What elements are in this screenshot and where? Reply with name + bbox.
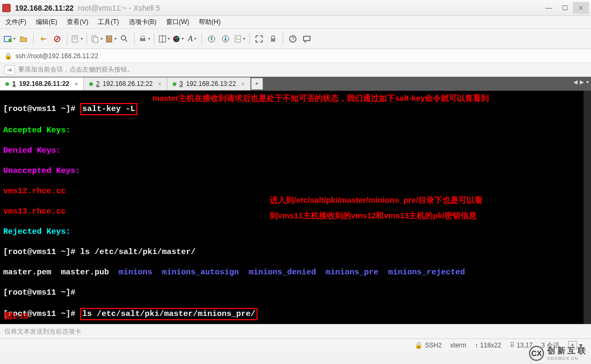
tab-add-button[interactable]: + <box>251 78 263 90</box>
status-bar: 🔒SSH2 xterm ↕118x22 ⠿13,17 3 会话 +▾ <box>0 339 591 352</box>
separator <box>134 33 135 45</box>
menu-file[interactable]: 文件(F) <box>3 17 28 28</box>
lock-icon[interactable] <box>267 33 279 45</box>
tab-close-icon[interactable]: × <box>242 81 245 87</box>
tab-nav: ◀ ▶ ▾ <box>573 79 589 85</box>
fullscreen-icon[interactable] <box>253 33 266 45</box>
address-text[interactable]: ssh://root@192.168.26.11:22 <box>15 52 98 60</box>
menu-tabs[interactable]: 选项卡(B) <box>127 17 159 28</box>
separator <box>154 33 154 45</box>
menu-window[interactable]: 窗口(W) <box>164 17 191 28</box>
svg-rect-10 <box>107 35 111 37</box>
dir-pre: minions_pre <box>325 268 378 277</box>
menu-tools[interactable]: 工具(T) <box>96 17 121 28</box>
separator <box>87 33 87 45</box>
tab-2[interactable]: 2 192.168.26.12:22 × <box>84 77 167 90</box>
svg-rect-1 <box>9 39 12 42</box>
watermark: CX 创新互联 CDXWCX.CN <box>529 346 588 361</box>
tab-number: 3 <box>180 80 183 88</box>
find-icon[interactable] <box>118 33 131 45</box>
status-protocol: 🔒SSH2 <box>415 342 441 349</box>
layout-icon[interactable] <box>158 33 170 45</box>
paste-icon[interactable] <box>104 33 117 45</box>
tab-label: 192.168.26.12:22 <box>103 80 152 88</box>
menu-bar: 文件(F) 编辑(E) 查看(V) 工具(T) 选项卡(B) 窗口(W) 帮助(… <box>0 16 591 29</box>
tab-nav-menu-icon[interactable]: ▾ <box>586 79 589 85</box>
new-session-icon[interactable] <box>3 33 16 45</box>
separator <box>33 33 34 45</box>
svg-point-17 <box>173 36 180 42</box>
tab-3[interactable]: 3 192.168.26.13:22 × <box>167 77 251 90</box>
help-icon[interactable]: ? <box>286 33 299 45</box>
disconnect-icon[interactable] <box>51 33 64 45</box>
dir-minions: minions <box>119 268 152 277</box>
svg-rect-8 <box>94 37 98 43</box>
feedback-icon[interactable] <box>300 33 313 45</box>
separator <box>283 33 283 45</box>
prompt: [root@vms11 ~]# <box>3 248 75 257</box>
window-subtitle: root@vms11:~ - Xshell 5 <box>78 4 160 12</box>
lock-icon: 🔒 <box>415 342 423 349</box>
copy-icon[interactable] <box>90 33 103 45</box>
window-controls: — ☐ ✕ <box>541 2 589 14</box>
tab-nav-right-icon[interactable]: ▶ <box>580 79 584 85</box>
open-icon[interactable] <box>17 33 30 45</box>
hint-text: 要添加当前会话，点击左侧的箭头按钮。 <box>18 65 134 74</box>
font-icon[interactable]: A <box>185 33 198 45</box>
cmd-saltkey: salt-key -L <box>80 103 137 115</box>
terminal-scrollbar[interactable] <box>584 91 591 324</box>
reconnect-icon[interactable] <box>37 33 50 45</box>
window-title: 192.168.26.11:22 <box>15 4 74 12</box>
watermark-en: CDXWCX.CN <box>547 356 588 361</box>
unaccepted-keys-label: Unaccepted Keys: <box>3 166 588 176</box>
watermark-logo: CX <box>529 346 544 361</box>
transfer-up-icon[interactable] <box>205 33 218 45</box>
toolbar: A ? <box>0 29 591 49</box>
annotation-2b: 到vms11主机接收到的vms12和vms13主机的pki密钥信息 <box>270 210 477 220</box>
properties-icon[interactable] <box>71 33 83 45</box>
svg-text:?: ? <box>291 36 294 42</box>
grip-icon: ⠿ <box>510 342 515 349</box>
tab-number: 2 <box>96 80 100 88</box>
tab-number: 1 <box>12 80 16 88</box>
accepted-keys-label: Accepted Keys: <box>3 125 588 136</box>
separator <box>249 33 250 45</box>
menu-view[interactable]: 查看(V) <box>65 17 90 28</box>
minimize-button[interactable]: — <box>541 2 557 14</box>
status-dot-icon <box>5 82 9 86</box>
color-scheme-icon[interactable] <box>172 33 184 45</box>
menu-help[interactable]: 帮助(H) <box>197 17 223 28</box>
hint-arrow-icon[interactable]: ➜ <box>4 65 15 75</box>
svg-point-18 <box>175 37 176 38</box>
resize-icon: ↕ <box>475 342 478 349</box>
send-placeholder: 仅将文本发送到当前选项卡 <box>4 327 81 336</box>
lock-icon: 🔒 <box>4 52 12 60</box>
cmd-ls2: ls /etc/salt/pki/master/minions_pre/ <box>80 308 258 320</box>
terminal[interactable]: [root@vms11 ~]# salt-key -L Accepted Key… <box>0 91 591 324</box>
send-input-bar[interactable]: 仅将文本发送到当前选项卡 <box>0 324 591 339</box>
tab-1[interactable]: 1 192.168.26.11:22 × <box>0 77 84 90</box>
close-button[interactable]: ✕ <box>573 2 589 14</box>
svg-rect-23 <box>235 36 240 42</box>
prompt: [root@vms11 ~]# <box>3 288 588 298</box>
watermark-cn: 创新互联 <box>547 346 588 356</box>
transfer-down-icon[interactable] <box>219 33 232 45</box>
tab-close-icon[interactable]: × <box>75 81 78 87</box>
dir-denied: minions_denied <box>248 268 316 277</box>
separator <box>67 33 67 45</box>
tab-close-icon[interactable]: × <box>158 81 161 87</box>
app-icon <box>2 4 11 12</box>
status-term: xterm <box>450 342 466 349</box>
separator <box>201 33 202 45</box>
annotation-1: master主机在接收到请求后也是处于不知可否的状态，我们通过如下salt-ke… <box>152 93 489 103</box>
print-icon[interactable] <box>138 33 151 45</box>
ls-output: master.pem master.pub <box>3 268 119 277</box>
maximize-button[interactable]: ☐ <box>557 2 573 14</box>
script-icon[interactable] <box>233 33 246 45</box>
svg-rect-24 <box>271 38 275 42</box>
tab-nav-left-icon[interactable]: ◀ <box>573 79 578 85</box>
svg-point-11 <box>121 36 126 40</box>
title-bar: 192.168.26.11:22 root@vms11:~ - Xshell 5… <box>0 0 591 16</box>
menu-edit[interactable]: 编辑(E) <box>34 17 59 28</box>
svg-line-12 <box>125 39 127 42</box>
